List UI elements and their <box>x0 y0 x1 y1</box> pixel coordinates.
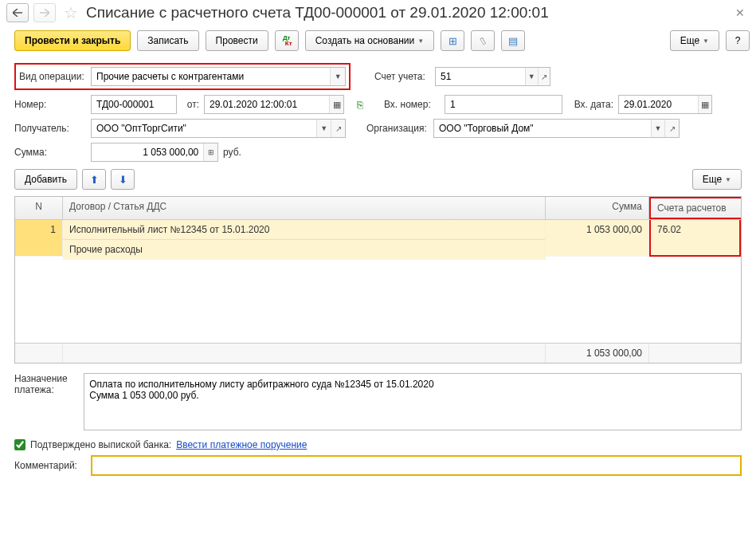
structure-button[interactable]: ⊞ <box>441 30 464 51</box>
currency-label: руб. <box>223 147 241 158</box>
rows-table: N Договор / Статья ДДС Сумма Счета расче… <box>14 196 742 363</box>
arrow-up-icon: ⬆ <box>90 174 99 186</box>
cell-account: 76.02 <box>649 220 741 257</box>
table-row[interactable]: 1 Исполнительный лист №12345 от 15.01.20… <box>15 220 741 260</box>
cell-n: 1 <box>15 220 63 257</box>
open-icon: ↗ <box>541 73 547 81</box>
account-input[interactable] <box>436 68 525 85</box>
arrow-right-icon <box>40 9 49 17</box>
close-button[interactable]: ✕ <box>731 5 750 21</box>
inc-num-label: Вх. номер: <box>384 99 440 110</box>
comment-label: Комментарий: <box>14 460 86 471</box>
sum-calc[interactable]: ⊞ <box>203 143 217 161</box>
number-input[interactable] <box>92 96 176 113</box>
col-account[interactable]: Счета расчетов <box>649 197 741 219</box>
recipient-open[interactable]: ↗ <box>331 120 345 137</box>
purpose-textarea[interactable] <box>84 373 742 430</box>
number-label: Номер: <box>14 99 86 110</box>
post-and-close-button[interactable]: Провести и закрыть <box>14 30 131 51</box>
sum-input[interactable] <box>92 143 203 161</box>
org-input[interactable] <box>434 120 651 137</box>
comment-input[interactable] <box>91 455 742 476</box>
cell-contract: Исполнительный лист №12345 от 15.01.2020… <box>63 220 546 260</box>
arrow-down-icon: ⬇ <box>119 174 127 186</box>
inc-date-calendar[interactable]: ▦ <box>698 96 711 113</box>
recipient-label: Получатель: <box>14 123 86 134</box>
inc-num-input[interactable] <box>445 96 562 113</box>
recipient-dropdown[interactable]: ▼ <box>316 120 331 137</box>
table-more-button[interactable]: Еще ▼ <box>692 169 742 190</box>
chevron-down-icon: ▼ <box>703 37 709 45</box>
account-open[interactable]: ↗ <box>538 68 550 85</box>
create-based-on-button[interactable]: Создать на основании ▼ <box>305 30 434 51</box>
org-label: Организация: <box>366 123 429 134</box>
help-button[interactable]: ? <box>726 30 750 51</box>
date-calendar[interactable]: ▦ <box>329 96 343 113</box>
more-button[interactable]: Еще ▼ <box>670 30 719 51</box>
col-sum[interactable]: Сумма <box>546 197 649 219</box>
confirmed-icon[interactable]: ⎘ <box>357 99 363 111</box>
dt-kt-button[interactable]: ДтКт <box>275 30 299 51</box>
arrow-left-icon <box>13 9 22 17</box>
purpose-label: Назначение платежа: <box>14 373 79 395</box>
op-type-dropdown[interactable]: ▼ <box>330 68 345 85</box>
dt-kt-icon: ДтКт <box>281 35 292 46</box>
page-title: Списание с расчетного счета ТД00-000001 … <box>86 4 549 22</box>
from-label: от: <box>182 99 199 110</box>
inc-date-label: Вх. дата: <box>567 99 613 110</box>
move-up-button[interactable]: ⬆ <box>82 169 106 190</box>
attachments-button[interactable]: 𖦏 <box>471 30 495 51</box>
inc-date-input[interactable] <box>619 96 698 113</box>
save-button[interactable]: Записать <box>137 30 198 51</box>
bank-confirmed-label: Подтверждено выпиской банка: <box>30 439 171 450</box>
back-button[interactable] <box>6 3 29 22</box>
sum-label: Сумма: <box>14 147 86 158</box>
open-icon: ↗ <box>335 124 342 133</box>
forward-button <box>33 3 56 22</box>
recipient-input[interactable] <box>92 120 316 137</box>
open-icon: ↗ <box>669 124 676 133</box>
account-label: Счет учета: <box>374 71 430 82</box>
paperclip-icon: 𖦏 <box>478 34 488 46</box>
op-type-label: Вид операции: <box>19 71 91 82</box>
structure-icon: ⊞ <box>449 35 457 47</box>
footer-sum: 1 053 000,00 <box>546 344 649 363</box>
date-input[interactable] <box>205 96 329 113</box>
report-button[interactable]: ▤ <box>501 30 525 51</box>
favorite-star-icon[interactable]: ☆ <box>64 3 78 22</box>
chevron-down-icon: ▼ <box>417 37 424 45</box>
col-contract[interactable]: Договор / Статья ДДС <box>63 197 546 219</box>
account-dropdown[interactable]: ▼ <box>525 68 538 85</box>
cell-sum: 1 053 000,00 <box>546 220 649 257</box>
org-dropdown[interactable]: ▼ <box>651 120 665 137</box>
chevron-down-icon: ▼ <box>725 176 731 183</box>
post-button[interactable]: Провести <box>206 30 268 51</box>
org-open[interactable]: ↗ <box>664 120 679 137</box>
op-type-input[interactable] <box>92 68 330 85</box>
calendar-icon: ▦ <box>333 100 341 110</box>
create-payment-order-link[interactable]: Ввести платежное поручение <box>176 439 307 450</box>
calendar-icon: ▦ <box>701 100 709 110</box>
move-down-button[interactable]: ⬇ <box>111 169 135 190</box>
col-n[interactable]: N <box>15 197 63 219</box>
list-icon: ▤ <box>508 35 518 47</box>
add-row-button[interactable]: Добавить <box>14 169 77 190</box>
calculator-icon: ⊞ <box>208 148 214 156</box>
bank-confirmed-checkbox[interactable] <box>14 439 25 450</box>
